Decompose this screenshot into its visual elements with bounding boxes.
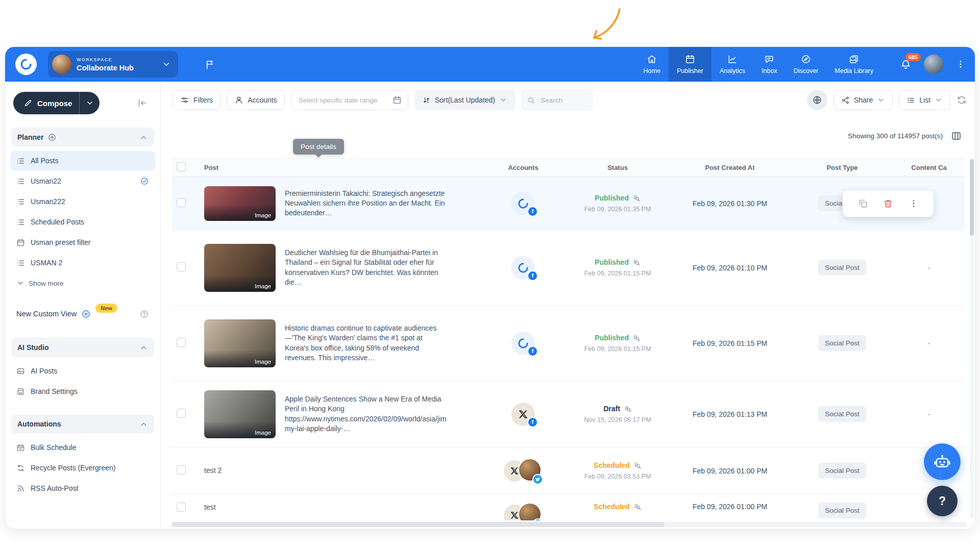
row-checkbox[interactable] — [177, 198, 186, 207]
sidebar-item-usman22[interactable]: Usman22 — [10, 171, 155, 191]
new-custom-view-button[interactable]: New Custom View New — [10, 303, 155, 324]
table-row[interactable]: Image Apple Daily Sentences Show a New E… — [172, 381, 965, 447]
ai-chatbot-button[interactable] — [924, 443, 961, 480]
workspace-selector[interactable]: WORKSPACE Collaborate Hub — [48, 51, 178, 78]
sidebar-item-usman-2[interactable]: USMAN 2 — [10, 253, 155, 272]
ai-studio-title: AI Studio — [17, 343, 48, 352]
status-log-icon[interactable] — [632, 258, 641, 266]
person-icon — [234, 95, 243, 105]
globe-icon — [812, 95, 822, 105]
ai-studio-section-header[interactable]: AI Studio — [11, 338, 154, 357]
row-checkbox[interactable] — [177, 465, 186, 474]
help-button[interactable]: ? — [927, 486, 958, 516]
sidebar-item-all-posts[interactable]: All Posts — [10, 151, 155, 170]
notifications-button[interactable]: 685 — [900, 59, 912, 70]
row-checkbox[interactable] — [177, 503, 186, 512]
nav-label: Analytics — [720, 67, 745, 74]
compose-button[interactable]: Compose — [13, 92, 100, 114]
content-category: - — [893, 264, 965, 272]
status-log-icon[interactable] — [632, 334, 641, 342]
accounts-label: Accounts — [248, 96, 277, 104]
post-thumbnail: Image — [204, 319, 276, 367]
flag-button[interactable] — [202, 59, 218, 70]
table-row[interactable]: test Scheduled Feb 09, 2026 01:00 PM Soc… — [172, 494, 965, 520]
filters-button[interactable]: Filters — [173, 90, 220, 110]
sidebar-item-bulk-schedule[interactable]: Bulk Schedule — [10, 438, 155, 457]
sidebar-item-recycle-posts[interactable]: Recycle Posts (Evergreen) — [10, 458, 155, 478]
sidebar-item-usman222[interactable]: Usman222 — [10, 192, 155, 211]
check-circle-icon — [140, 177, 149, 186]
duplicate-post-icon[interactable] — [858, 198, 868, 209]
column-header-type: Post Type — [791, 164, 893, 171]
table-row[interactable]: Image Historic dramas continue to captiv… — [172, 306, 965, 381]
delete-post-icon[interactable] — [883, 198, 893, 209]
nav-item-publisher[interactable]: Publisher — [669, 47, 712, 82]
user-avatar[interactable] — [924, 55, 943, 74]
row-checkbox[interactable] — [177, 262, 186, 271]
table-row[interactable]: test 2 Scheduled Feb 09, 2026 03:53 PM F… — [172, 447, 965, 494]
planner-section-header[interactable]: Planner — [11, 128, 154, 147]
row-checkbox[interactable] — [177, 338, 186, 347]
status-log-icon[interactable] — [632, 194, 641, 202]
select-all-checkbox[interactable] — [177, 162, 186, 171]
horizontal-scrollbar-thumb[interactable] — [172, 522, 665, 527]
show-more-button[interactable]: Show more — [10, 273, 155, 293]
more-options-icon[interactable] — [909, 198, 919, 209]
chevron-down-icon — [499, 96, 507, 104]
status-badge: Scheduled — [594, 461, 630, 469]
status-log-icon[interactable] — [624, 405, 632, 413]
chevron-up-icon — [139, 420, 148, 429]
nav-item-discover[interactable]: Discover — [786, 47, 827, 82]
view-label: List — [919, 96, 930, 104]
search-input[interactable] — [540, 96, 587, 105]
sort-button[interactable]: Sort(Last Updated) — [414, 90, 515, 110]
row-checkbox[interactable] — [177, 409, 186, 418]
table-row[interactable]: Image Deutlicher Wahlsieg für die Bhumja… — [172, 230, 965, 306]
view-list-button[interactable]: List — [899, 90, 950, 110]
collapse-sidebar-button[interactable] — [134, 97, 151, 109]
sidebar-item-brand-settings[interactable]: Brand Settings — [10, 382, 155, 401]
main-content: Filters Accounts Sort(Last Updated) — [161, 82, 975, 529]
nav-item-inbox[interactable]: Inbox — [753, 47, 786, 82]
main-nav: Home Publisher Analytics Inbox Discover … — [635, 47, 881, 82]
sidebar-item-ai-posts[interactable]: AI Posts — [10, 361, 155, 381]
kebab-menu-icon — [955, 59, 966, 69]
account-avatar-group — [504, 458, 543, 484]
post-text: test 2 — [204, 466, 366, 475]
automations-title: Automations — [17, 420, 61, 428]
refresh-button[interactable] — [957, 95, 967, 105]
date-range-input[interactable] — [298, 96, 388, 105]
sidebar-item-scheduled-posts[interactable]: Scheduled Posts — [10, 212, 155, 232]
search-field[interactable] — [521, 90, 593, 110]
horizontal-scrollbar-track[interactable] — [172, 522, 967, 527]
automations-section-header[interactable]: Automations — [11, 414, 154, 434]
status-badge: Draft — [603, 405, 620, 413]
list-icon — [16, 218, 25, 227]
date-range-field[interactable] — [291, 90, 408, 110]
share-button[interactable]: Share — [834, 90, 893, 110]
nav-item-media-library[interactable]: Media Library — [826, 47, 881, 82]
compose-dropdown-button[interactable] — [79, 92, 100, 114]
post-type-badge: Social Post — [818, 406, 866, 422]
status-badge: Published — [595, 334, 629, 342]
vertical-scrollbar-thumb[interactable] — [970, 159, 974, 236]
chevron-down-icon — [935, 96, 943, 104]
more-menu-button[interactable] — [955, 59, 966, 69]
table-row[interactable]: Image Premierministerin Takaichi: Strate… — [172, 177, 965, 230]
workspace-name: Collaborate Hub — [77, 64, 134, 72]
post-thumbnail: Image — [204, 186, 276, 221]
annotation-arrow — [571, 6, 627, 46]
nav-item-home[interactable]: Home — [635, 47, 669, 82]
sidebar-item-usman-preset-filter[interactable]: Usman preset filter — [10, 233, 155, 252]
sidebar-item-label: Usman22 — [31, 177, 61, 185]
timezone-globe-button[interactable] — [807, 90, 827, 110]
status-log-icon[interactable] — [633, 461, 642, 469]
manage-columns-button[interactable] — [951, 131, 962, 141]
accounts-button[interactable]: Accounts — [227, 90, 285, 110]
plus-circle-icon[interactable] — [81, 309, 91, 319]
plus-circle-icon[interactable] — [47, 133, 57, 142]
help-circle-icon[interactable] — [139, 309, 149, 319]
sidebar-item-rss-auto-post[interactable]: RSS Auto-Post — [10, 479, 155, 498]
nav-item-analytics[interactable]: Analytics — [712, 47, 753, 82]
status-log-icon[interactable] — [633, 503, 642, 511]
